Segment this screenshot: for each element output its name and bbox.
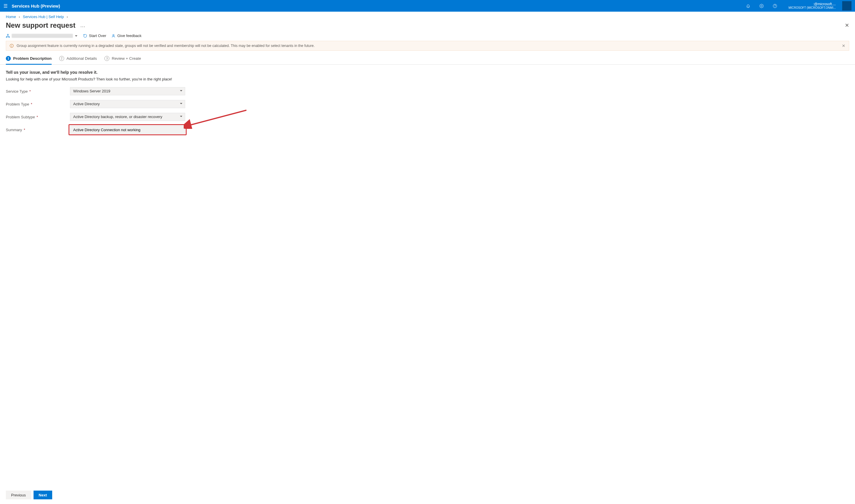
hierarchy-icon [6, 34, 10, 38]
form-content: Tell us your issue, and we'll help you r… [0, 65, 855, 488]
label-problem-type: Problem Type * [6, 102, 70, 106]
notifications-icon[interactable] [746, 4, 755, 8]
chevron-right-icon: › [17, 15, 22, 19]
tab-problem-description[interactable]: 1 Problem Description [6, 54, 52, 65]
account-block[interactable]: :@microsoft.... MICROSOFT (MICROSOFT.ONM… [786, 2, 838, 10]
gear-icon[interactable] [759, 4, 769, 8]
start-over-button[interactable]: Start Over [83, 34, 106, 38]
account-email: :@microsoft.... [788, 2, 836, 6]
give-feedback-button[interactable]: Give feedback [111, 34, 141, 38]
resource-picker[interactable]: ⏷ [6, 34, 78, 38]
row-problem-type: Problem Type * Active Directory ⏷ [6, 100, 849, 108]
footer-actions: Previous Next [0, 488, 855, 504]
select-value: Active Directory [70, 100, 185, 108]
svg-rect-5 [8, 36, 10, 37]
select-problem-type[interactable]: Active Directory ⏷ [70, 100, 185, 108]
svg-point-1 [773, 4, 777, 8]
row-summary: Summary * [6, 126, 849, 134]
svg-rect-3 [7, 34, 8, 35]
tab-label: Additional Details [67, 56, 97, 61]
select-problem-subtype[interactable]: Active Directory backup, restore, or dis… [70, 113, 185, 121]
hamburger-icon[interactable]: ☰ [3, 3, 7, 9]
select-value: Windows Server 2019 [70, 87, 185, 95]
status-banner: Group assignment feature is currently ru… [6, 41, 849, 51]
step-badge: 1 [6, 56, 11, 61]
avatar[interactable] [842, 1, 852, 11]
chevron-right-icon: › [65, 15, 70, 19]
svg-point-8 [12, 46, 12, 47]
topbar: ☰ Services Hub (Preview) :@microsoft....… [0, 0, 855, 12]
resource-name-redacted [12, 34, 73, 38]
more-actions-button[interactable]: … [77, 22, 88, 29]
help-icon[interactable] [773, 4, 782, 8]
label-summary: Summary * [6, 128, 70, 132]
toolbar: ⏷ Start Over Give feedback [0, 34, 855, 41]
summary-field-wrap [70, 126, 185, 134]
page-title: New support request [6, 21, 75, 30]
label-service-type: Service Type * [6, 89, 70, 94]
step-badge: 3 [104, 56, 109, 61]
crumb-home[interactable]: Home [6, 15, 16, 19]
form-subtext: Looking for help with one of your Micros… [6, 77, 849, 81]
svg-point-6 [113, 34, 114, 36]
label-problem-subtype: Problem Subtype * [6, 115, 70, 119]
previous-button[interactable]: Previous [6, 491, 31, 499]
feedback-label: Give feedback [117, 34, 141, 38]
banner-close-icon[interactable]: ✕ [842, 43, 845, 48]
svg-point-0 [761, 5, 762, 6]
form-heading: Tell us your issue, and we'll help you r… [6, 70, 849, 75]
step-badge: 2 [59, 56, 64, 61]
warning-icon [10, 44, 14, 48]
select-service-type[interactable]: Windows Server 2019 ⏷ [70, 87, 185, 95]
refresh-icon [83, 34, 87, 38]
start-over-label: Start Over [89, 34, 106, 38]
page-header: New support request … ✕ [0, 20, 855, 34]
close-icon[interactable]: ✕ [845, 22, 849, 29]
summary-input[interactable] [70, 126, 185, 134]
crumb-services-hub[interactable]: Services Hub | Self Help [23, 15, 64, 19]
tab-additional-details[interactable]: 2 Additional Details [59, 54, 97, 65]
svg-rect-4 [6, 36, 7, 37]
app-title: Services Hub (Preview) [12, 3, 60, 8]
step-tabs: 1 Problem Description 2 Additional Detai… [0, 54, 855, 65]
svg-point-2 [775, 7, 775, 7]
account-tenant: MICROSOFT (MICROSOFT.ONMI... [788, 6, 836, 10]
next-button[interactable]: Next [34, 491, 52, 499]
feedback-icon [111, 34, 115, 38]
select-value: Active Directory backup, restore, or dis… [70, 113, 185, 121]
row-service-type: Service Type * Windows Server 2019 ⏷ [6, 87, 849, 95]
row-problem-subtype: Problem Subtype * Active Directory backu… [6, 113, 849, 121]
banner-text: Group assignment feature is currently ru… [17, 44, 315, 48]
tab-label: Problem Description [13, 56, 52, 61]
chevron-down-icon: ⏷ [75, 34, 78, 38]
breadcrumb: Home › Services Hub | Self Help › [0, 12, 855, 20]
tab-label: Review + Create [112, 56, 141, 61]
tab-review-create[interactable]: 3 Review + Create [104, 54, 141, 65]
